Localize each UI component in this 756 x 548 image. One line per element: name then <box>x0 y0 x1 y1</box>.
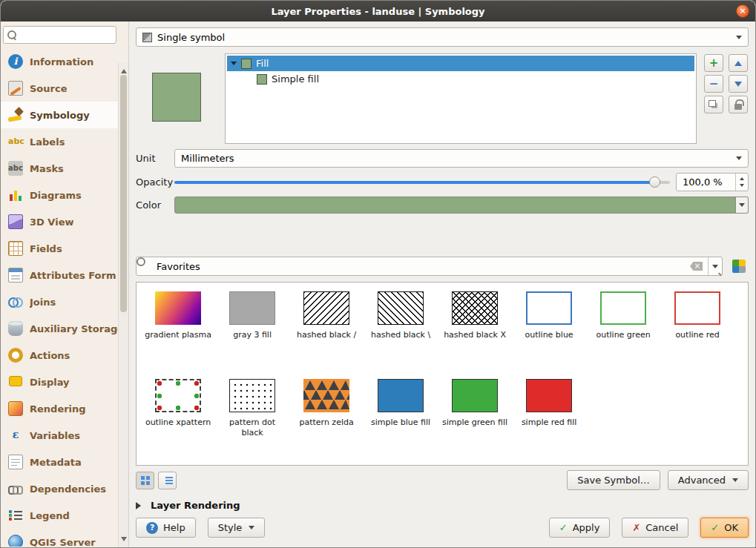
sidebar-item-fields[interactable]: Fields <box>1 235 128 262</box>
tree-item-fill[interactable]: Fill <box>227 56 694 71</box>
sidebar: Information Source Symbology Labels Mask… <box>1 22 129 547</box>
expand-icon[interactable] <box>231 62 237 68</box>
sidebar-item-label: Dependencies <box>30 483 106 495</box>
style-manager-button[interactable] <box>729 257 749 276</box>
chevron-down-icon <box>736 36 742 42</box>
clear-search-icon[interactable] <box>690 262 703 271</box>
sidebar-item-symbology[interactable]: Symbology <box>1 102 128 128</box>
symbol-tile-hashed-black-fwd[interactable]: hashed black / <box>289 288 364 376</box>
slider-handle[interactable] <box>649 176 660 188</box>
search-dropdown-button[interactable] <box>708 257 722 275</box>
duplicate-icon <box>709 100 716 107</box>
move-up-button[interactable] <box>729 54 748 72</box>
advanced-button[interactable]: Advanced <box>668 470 749 490</box>
chart-icon <box>8 188 23 202</box>
tree-item-simple-fill[interactable]: Simple fill <box>227 71 694 87</box>
icon-view-button[interactable] <box>136 472 154 489</box>
sidebar-item-display[interactable]: Display <box>1 369 128 395</box>
scroll-down-icon[interactable] <box>121 537 127 544</box>
sidebar-item-label: Variables <box>30 430 80 441</box>
add-symbol-layer-button[interactable]: + <box>704 54 723 72</box>
symbol-swatch <box>452 379 498 412</box>
paintbrush-icon <box>8 108 23 122</box>
layer-rendering-toggle[interactable]: Layer Rendering <box>136 500 749 511</box>
sidebar-item-metadata[interactable]: Metadata <box>1 449 128 475</box>
ok-button[interactable]: ✓OK <box>700 518 749 538</box>
sidebar-item-joins[interactable]: Joins <box>1 288 128 315</box>
legend-list-icon <box>8 508 23 523</box>
scrollbar-thumb[interactable] <box>120 75 127 312</box>
sidebar-item-rendering[interactable]: Rendering <box>1 395 128 422</box>
symbol-search-combo[interactable]: Favorites <box>136 257 723 276</box>
unit-select[interactable]: Millimeters <box>174 149 749 168</box>
lock-colors-button[interactable] <box>729 96 748 113</box>
sidebar-search-input[interactable] <box>3 26 116 44</box>
list-view-button[interactable] <box>158 472 177 489</box>
spin-down-icon[interactable] <box>740 184 744 189</box>
sidebar-item-label: QGIS Server <box>30 537 96 547</box>
sidebar-scrollbar[interactable] <box>118 63 128 547</box>
sidebar-item-information[interactable]: Information <box>1 48 128 75</box>
sidebar-item-3d-view[interactable]: 3D View <box>1 208 128 235</box>
sidebar-item-labels[interactable]: Labels <box>1 128 128 155</box>
color-dropdown-button[interactable] <box>735 197 749 214</box>
symbol-tile-hashed-black-back[interactable]: hashed black \ <box>364 288 438 376</box>
symbol-tile-gray-3-fill[interactable]: gray 3 fill <box>215 288 289 376</box>
symbol-tile-simple-red-fill[interactable]: simple red fill <box>512 376 586 463</box>
titlebar[interactable]: Layer Properties - landuse | Symbology × <box>1 1 755 22</box>
style-button[interactable]: Style <box>208 518 266 538</box>
symbol-label: hashed black \ <box>371 330 430 340</box>
plus-icon: + <box>709 58 719 69</box>
sidebar-item-label: Attributes Form <box>30 270 116 281</box>
symbol-tile-outline-blue[interactable]: outline blue <box>512 288 586 376</box>
sidebar-item-variables[interactable]: Variables <box>1 422 128 449</box>
sidebar-item-label: Auxiliary Storage <box>30 323 124 334</box>
symbol-swatch <box>378 379 424 412</box>
symbol-tile-pattern-zelda[interactable]: pattern zelda <box>289 376 364 463</box>
symbol-tile-outline-xpattern[interactable]: outline xpattern <box>141 376 215 463</box>
symbol-layer-tree: Fill Simple fill <box>225 53 697 144</box>
symbol-tile-hashed-black-x[interactable]: hashed black X <box>438 288 512 376</box>
cancel-button[interactable]: ✗Cancel <box>622 518 688 538</box>
color-button[interactable] <box>174 197 749 214</box>
search-icon <box>7 30 16 39</box>
symbol-tile-outline-red[interactable]: outline red <box>660 288 734 376</box>
renderer-select[interactable]: Single symbol <box>136 27 749 47</box>
opacity-spinbox[interactable]: 100,0 % <box>676 173 749 191</box>
spin-buttons[interactable] <box>735 174 748 191</box>
link-icon <box>8 481 23 496</box>
sidebar-item-diagrams[interactable]: Diagrams <box>1 182 128 208</box>
opacity-slider[interactable] <box>174 173 670 191</box>
duplicate-symbol-layer-button[interactable] <box>704 96 723 113</box>
remove-symbol-layer-button[interactable]: − <box>704 75 723 93</box>
symbol-label: pattern dot black <box>217 417 287 439</box>
sidebar-item-dependencies[interactable]: Dependencies <box>1 475 128 502</box>
sidebar-item-legend[interactable]: Legend <box>1 502 128 529</box>
symbol-tile-gradient-plasma[interactable]: gradient plasma <box>141 288 215 376</box>
sidebar-item-qgis-server[interactable]: QGIS Server <box>1 529 128 547</box>
move-down-button[interactable] <box>729 75 748 93</box>
symbol-tile-outline-green[interactable]: outline green <box>586 288 660 376</box>
apply-button[interactable]: ✓Apply <box>549 518 611 538</box>
cube-icon <box>8 214 23 229</box>
symbol-tile-simple-green-fill[interactable]: simple green fill <box>438 376 512 463</box>
spin-up-icon[interactable] <box>740 175 744 180</box>
epsilon-icon <box>8 428 23 443</box>
form-icon <box>8 268 23 283</box>
symbology-panel: Single symbol Fill Simple fill <box>129 22 755 547</box>
help-button[interactable]: ?Help <box>136 518 196 538</box>
sidebar-item-masks[interactable]: Masks <box>1 155 128 182</box>
save-symbol-button[interactable]: Save Symbol… <box>567 470 660 490</box>
single-symbol-icon <box>142 33 152 42</box>
database-icon <box>8 321 23 336</box>
sidebar-item-source[interactable]: Source <box>1 75 128 102</box>
close-button[interactable]: × <box>736 4 749 18</box>
symbol-tile-pattern-dot-black[interactable]: pattern dot black <box>215 376 289 463</box>
scroll-up-icon[interactable] <box>121 66 127 73</box>
sidebar-item-attributes-form[interactable]: Attributes Form <box>1 262 128 288</box>
arrow-up-icon <box>734 57 742 66</box>
opacity-value: 100,0 % <box>683 176 723 188</box>
sidebar-item-auxiliary-storage[interactable]: Auxiliary Storage <box>1 315 128 342</box>
symbol-tile-simple-blue-fill[interactable]: simple blue fill <box>364 376 438 463</box>
sidebar-item-actions[interactable]: Actions <box>1 342 128 369</box>
